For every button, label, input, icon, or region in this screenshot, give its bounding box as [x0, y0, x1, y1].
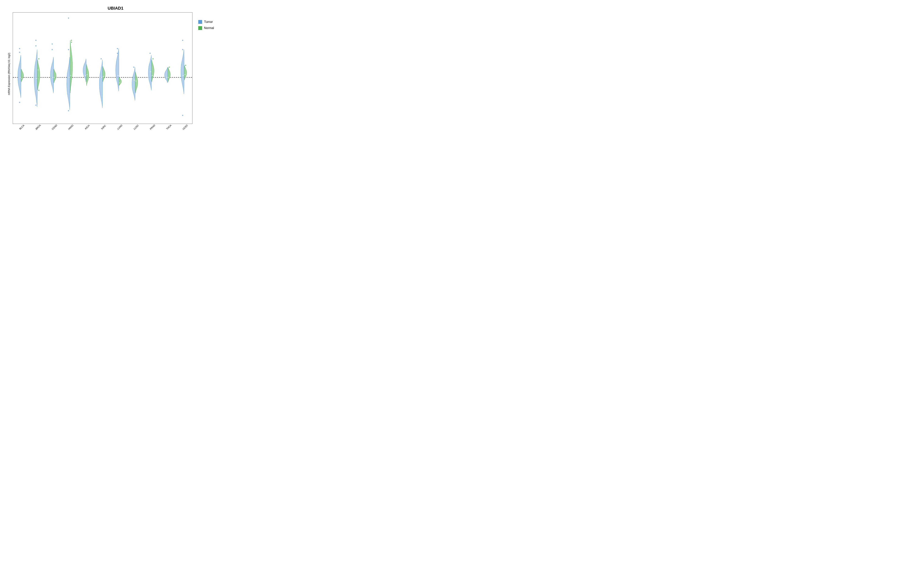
svg-point-17: [19, 102, 20, 103]
svg-point-34: [71, 40, 72, 41]
svg-point-20: [35, 40, 36, 41]
chart-container: UBIAD1 mRNA Expression (RNASeq V2, log2)…: [6, 4, 225, 140]
svg-point-31: [68, 49, 69, 50]
svg-point-23: [38, 58, 39, 60]
svg-point-52: [152, 58, 153, 60]
legend-item-tumor: Tumor: [198, 20, 225, 24]
svg-point-58: [182, 49, 183, 50]
svg-point-48: [133, 66, 134, 68]
svg-point-28: [52, 49, 53, 50]
svg-point-32: [68, 110, 69, 111]
chart-title: UBIAD1: [6, 4, 225, 11]
svg-point-22: [35, 105, 36, 106]
svg-point-16: [19, 52, 20, 53]
plot-region: 789101112: [13, 12, 192, 124]
legend-item-normal: Normal: [198, 26, 225, 30]
svg-point-61: [185, 65, 186, 66]
y-axis-label: mRNA Expression (RNASeq V2, log2): [6, 12, 13, 135]
svg-point-40: [100, 58, 102, 60]
legend-tumor-box: [198, 20, 202, 24]
svg-point-60: [182, 115, 183, 116]
svg-point-33: [68, 18, 69, 19]
svg-point-51: [150, 53, 151, 54]
svg-point-44: [117, 48, 118, 49]
svg-point-59: [182, 40, 183, 41]
legend-area: Tumor Normal: [194, 12, 225, 135]
svg-point-15: [19, 48, 20, 49]
plot-and-x: 789101112 BLCABRCACOADHNSCKICHKIRCLUADLU…: [13, 12, 194, 135]
svg-point-27: [52, 44, 53, 45]
x-axis-labels: BLCABRCACOADHNSCKICHKIRCLUADLUSCPRADTHCA…: [13, 124, 192, 135]
violins-svg: 789101112: [13, 13, 192, 124]
legend-normal-box: [198, 26, 202, 30]
legend-tumor-label: Tumor: [204, 20, 213, 24]
svg-point-24: [38, 90, 39, 91]
svg-point-55: [169, 66, 170, 68]
legend-normal-label: Normal: [204, 26, 214, 30]
svg-point-21: [35, 45, 36, 46]
svg-point-35: [71, 42, 72, 43]
chart-area: mRNA Expression (RNASeq V2, log2) 789101…: [6, 12, 225, 135]
svg-point-45: [117, 53, 118, 54]
